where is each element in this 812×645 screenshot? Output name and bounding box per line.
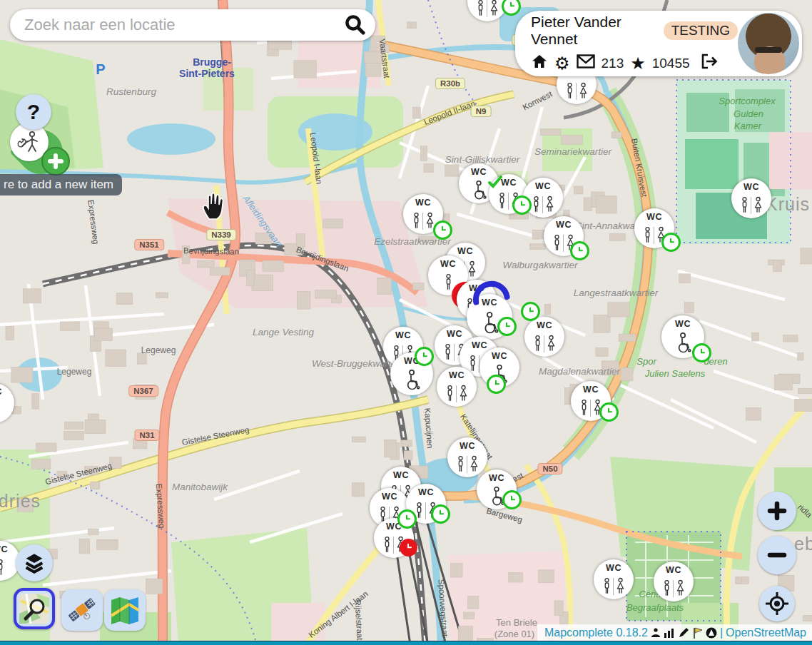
hand-cursor-icon [201,191,225,223]
settings-gear-icon[interactable]: ⚙ [554,56,570,71]
opening-hours-open-badge [521,302,540,321]
osm-map-magnifier-icon [19,594,49,624]
app-version[interactable]: Mapcomplete 0.18.2 [544,626,648,639]
edit-pencil-icon[interactable] [678,627,689,639]
wc-toilet-marker[interactable]: WC [654,562,694,601]
bottom-accent-bar [0,641,812,645]
messages-icon[interactable] [577,54,595,72]
search-icon[interactable] [344,14,367,36]
opening-hours-open-badge [497,317,517,336]
wc-toilet-marker[interactable]: WC [437,367,477,407]
statistics-icon[interactable] [664,627,675,638]
osm-link[interactable]: OpenStreetMap [726,626,806,639]
wc-label: WC [646,212,662,222]
wc-label: WC [501,178,517,188]
mapillary-icon[interactable] [706,627,717,639]
wc-toilet-marker[interactable]: WC [731,178,771,218]
wc-label: WC [583,385,599,395]
wc-toilet-marker[interactable]: WC [634,208,674,248]
wc-toilet-marker[interactable]: WC [403,194,443,234]
plus-icon [767,501,787,521]
wc-label: WC [675,319,691,329]
messages-count: 213 [602,56,624,71]
attribution-bar: Mapcomplete 0.18.2 | OpenStreetMap [537,624,812,641]
help-button[interactable]: ? [16,94,51,130]
search-input[interactable] [10,16,344,34]
opening-hours-open-badge [415,347,434,366]
satellite-icon [66,594,98,626]
repair-person-icon [16,129,42,155]
background-map-button[interactable] [104,589,146,631]
map-markers-layer: WC WC WC WC [0,0,812,645]
wc-label: WC [556,220,572,230]
wc-toilet-marker[interactable]: WC [571,381,611,421]
user-avatar[interactable] [738,13,799,74]
community-icon[interactable] [651,627,661,638]
opening-hours-open-badge [692,343,711,362]
logout-icon[interactable] [701,54,718,73]
wc-toilet-marker[interactable]: WC [594,559,634,599]
wc-label: WC [744,182,759,192]
opening-hours-open-badge [661,233,681,252]
user-panel[interactable]: Pieter Vander Vennet TESTING ⚙ 213 ★ 104… [515,11,802,76]
crosshair-icon [765,591,789,616]
opening-hours-open-badge [502,0,521,16]
opening-hours-open-badge [512,195,532,215]
user-name: Pieter Vander Vennet [531,14,656,48]
wc-toilet-marker[interactable]: WC [544,216,584,256]
wc-toilet-marker[interactable]: WC [447,437,487,477]
wc-label: WC [606,563,621,573]
wc-label: WC [0,544,8,554]
wc-wheelchair-marker[interactable]: WC [661,315,704,358]
minus-icon [767,545,787,565]
wc-toilet-marker[interactable]: WC [524,317,564,357]
star-icon[interactable]: ★ [630,56,646,71]
attribution-separator: | [720,626,723,639]
opening-hours-open-badge [433,220,452,240]
wc-label: WC [447,329,462,339]
wc-toilet-marker[interactable]: WC [0,383,14,423]
wc-label: WC [492,351,507,361]
wc-label: WC [666,565,681,575]
wc-label: WC [0,387,2,397]
wc-label: WC [535,181,551,191]
wc-label: WC [382,492,397,502]
layers-icon [22,551,46,575]
wc-label: WC [471,167,487,177]
zoom-in-button[interactable] [758,492,796,530]
folded-map-icon [109,594,141,626]
wc-label: WC [449,370,465,380]
wc-label: WC [415,198,431,208]
layer-selection-button[interactable] [16,544,53,581]
opening-hours-closed-badge [400,539,417,557]
wc-wheelchair-marker[interactable]: WC [477,469,517,509]
opening-hours-open-badge [502,490,522,509]
wc-label: WC [393,470,409,480]
wc-toilet-marker[interactable]: WC [467,0,507,21]
help-label: ? [27,100,40,124]
opening-hours-open-badge [570,241,589,260]
testing-badge: TESTING [664,21,738,40]
opening-hours-open-badge [487,375,506,394]
background-osm-button[interactable] [14,588,55,629]
wc-label: WC [395,330,411,340]
background-satellite-button[interactable] [61,589,103,631]
wc-label: WC [537,320,552,330]
location-search-bar[interactable] [10,9,375,41]
add-item-tooltip: re to add a new item [0,174,122,195]
wc-label: WC [440,259,456,269]
josm-flag-icon[interactable] [692,627,703,639]
confirmed-check-badge [487,174,503,190]
wc-label: WC [489,473,504,483]
zoom-out-button[interactable] [758,536,796,574]
wc-label: WC [460,441,475,451]
changeset-count: 10455 [652,56,690,71]
home-icon[interactable] [531,53,548,73]
geolocate-button[interactable] [759,586,795,621]
opening-hours-open-badge [599,402,619,422]
add-plus-button[interactable] [41,147,70,176]
wc-label: WC [457,246,473,256]
wc-label: WC [472,340,487,350]
opening-hours-open-badge [431,504,450,524]
wc-label: WC [418,487,434,497]
